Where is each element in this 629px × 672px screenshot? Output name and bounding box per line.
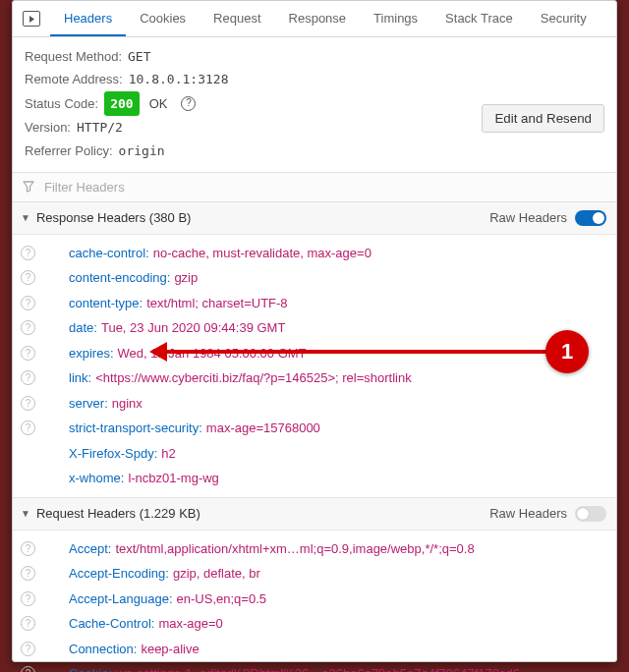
header-name: Connection [69,640,134,659]
spacer [21,444,35,459]
header-value: <https://www.cyberciti.biz/faq/?p=146525… [95,368,412,388]
header-help-icon[interactable]: ? [21,420,35,435]
header-name: content-encoding [69,268,167,288]
header-value: gzip, deflate, br [173,564,260,584]
header-help-icon[interactable]: ? [21,346,35,361]
header-value: h2 [161,444,175,464]
funnel-icon [23,181,34,193]
header-row: ?strict-transport-security:max-age=15768… [13,416,616,441]
referrer-policy-value: origin [119,140,165,162]
header-help-icon[interactable]: ? [21,246,35,260]
header-name: link [69,368,88,388]
request-headers-list: ?Accept:text/html,application/xhtml+xm…m… [13,531,616,672]
header-row: ?Cookie:wp-settings-1=editor%3Dhtml%26…a… [13,661,616,672]
header-help-icon[interactable]: ? [21,370,35,385]
edit-resend-button[interactable]: Edit and Resend [482,104,604,133]
header-help-icon[interactable]: ? [21,642,35,656]
header-row: ?Connection:keep-alive [13,637,616,662]
header-help-icon[interactable]: ? [21,616,35,631]
request-method-value: GET [128,45,150,68]
tab-cookies[interactable]: Cookies [126,1,200,36]
header-row: ?expires:Wed, 11 Jan 1984 05:00:00 GMT [13,341,616,366]
header-row: ?content-encoding:gzip [13,265,616,291]
header-value: nginx [112,394,143,414]
request-summary: Request Method: GET Remote Address: 10.8… [13,37,616,172]
header-name: expires [69,344,110,364]
status-text: OK [149,92,168,115]
header-name: content-type [69,294,140,313]
response-headers-list: ?cache-control:no-cache, must-revalidate… [13,235,616,497]
tabs-bar: HeadersCookiesRequestResponseTimingsStac… [13,1,616,37]
remote-address-label: Remote Address: [25,68,123,90]
spacer [21,469,35,483]
header-name: x-whome [69,469,121,488]
status-help-icon[interactable]: ? [181,96,196,111]
header-help-icon[interactable]: ? [21,541,35,556]
header-value: wp-settings-1=editor%3Dhtml%26…a26ba6a79… [116,664,520,672]
header-row: ?date:Tue, 23 Jun 2020 09:44:39 GMT [13,315,616,341]
version-label: Version: [25,116,71,139]
request-headers-toggle[interactable]: ▼ Request Headers (1.229 KB) Raw Headers [13,497,616,531]
tab-security[interactable]: Security [527,1,600,36]
header-help-icon[interactable]: ? [21,591,35,606]
header-value: max-age=15768000 [206,419,320,438]
tab-timings[interactable]: Timings [360,1,431,36]
header-name: server [69,394,104,414]
header-value: Tue, 23 Jun 2020 09:44:39 GMT [101,318,285,338]
response-headers-title: Response Headers (380 B) [36,210,192,225]
header-name: Cache-Control [69,614,151,634]
request-raw-toggle[interactable] [575,506,606,522]
header-row: ?Cache-Control:max-age=0 [13,611,616,637]
raw-headers-label: Raw Headers [489,210,567,225]
header-name: date [69,318,93,338]
header-value: en-US,en;q=0.5 [177,589,266,609]
header-help-icon[interactable]: ? [21,270,35,285]
header-row: X-Firefox-Spdy:h2 [13,441,616,467]
chevron-down-icon: ▼ [21,508,30,519]
header-row: ?Accept:text/html,application/xhtml+xm…m… [13,536,616,562]
header-row: ?link:<https://www.cyberciti.biz/faq/?p=… [13,365,616,391]
header-name: Accept-Encoding [69,564,165,584]
tab-stack-trace[interactable]: Stack Trace [431,1,527,36]
filter-headers-input[interactable] [42,179,606,196]
header-help-icon[interactable]: ? [21,320,35,335]
header-value: text/html,application/xhtml+xm…ml;q=0.9,… [115,539,474,559]
referrer-policy-label: Referrer Policy: [25,140,113,162]
version-value: HTTP/2 [77,116,123,139]
remote-address-value: 10.8.0.1:3128 [129,68,229,90]
response-raw-toggle[interactable] [575,210,606,226]
request-headers-title: Request Headers (1.229 KB) [36,506,200,521]
header-help-icon[interactable]: ? [21,296,35,310]
header-value: l-ncbz01-mg-wg [128,469,218,488]
header-value: gzip [174,268,198,288]
header-row: x-whome:l-ncbz01-mg-wg [13,466,616,491]
response-headers-toggle[interactable]: ▼ Response Headers (380 B) Raw Headers [13,202,616,235]
header-name: Cookie [69,664,108,672]
tab-headers[interactable]: Headers [50,1,126,36]
status-code-value: 200 [104,91,139,116]
header-name: Accept-Language [69,589,169,609]
header-help-icon[interactable]: ? [21,566,35,581]
header-value: keep-alive [141,640,199,659]
header-row: ?content-type:text/html; charset=UTF-8 [13,291,616,316]
request-method-label: Request Method: [25,45,122,68]
panel-toggle-icon[interactable] [23,11,40,27]
header-value: no-cache, must-revalidate, max-age=0 [153,244,372,263]
header-help-icon[interactable]: ? [21,666,35,672]
tab-response[interactable]: Response [275,1,361,36]
status-code-label: Status Code: [25,92,98,115]
svg-marker-0 [29,16,34,23]
header-name: X-Firefox-Spdy [69,444,154,464]
header-value: text/html; charset=UTF-8 [146,294,287,313]
tab-request[interactable]: Request [200,1,274,36]
header-value: max-age=0 [158,614,222,634]
header-help-icon[interactable]: ? [21,396,35,411]
header-name: Accept [69,539,108,559]
header-row: ?cache-control:no-cache, must-revalidate… [13,241,616,266]
raw-headers-label: Raw Headers [489,506,567,521]
header-row: ?Accept-Encoding:gzip, deflate, br [13,561,616,587]
header-row: ?Accept-Language:en-US,en;q=0.5 [13,587,616,612]
chevron-down-icon: ▼ [21,212,30,223]
filter-bar [13,172,616,202]
devtools-network-details: HeadersCookiesRequestResponseTimingsStac… [12,0,617,662]
